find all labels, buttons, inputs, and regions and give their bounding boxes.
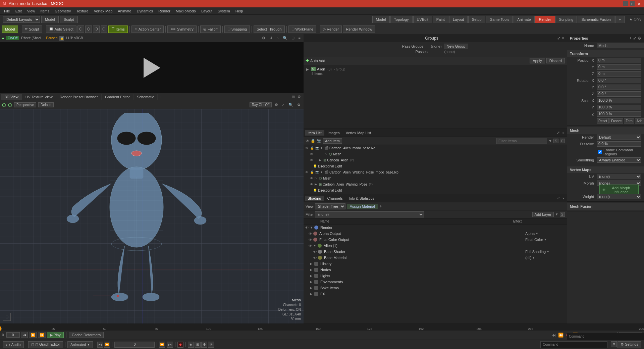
scale-y-value[interactable]: 100.0 % — [597, 105, 641, 110]
item-eye-w2[interactable]: 🔒 — [310, 170, 314, 174]
workplane-btn[interactable]: ⊡ WorkPlane — [288, 26, 317, 33]
rt-model[interactable]: Model — [372, 16, 390, 23]
sb-icon-7[interactable]: ⚙ — [201, 342, 207, 348]
menu-texture[interactable]: Texture — [74, 8, 91, 14]
vp-icon-2[interactable]: ○ — [281, 103, 285, 107]
prop-plus-icon[interactable]: + — [629, 36, 632, 41]
tab-model[interactable]: Model — [41, 16, 59, 23]
cache-deformers-btn[interactable]: Cache Deformers — [69, 332, 104, 338]
shield-btn-3[interactable]: ⬡ — [93, 26, 100, 33]
audio-btn[interactable]: ♪ ♪ Audio — [3, 341, 24, 348]
tab-channels[interactable]: Channels — [324, 196, 345, 201]
rot-x-value[interactable]: 0.0 ° — [597, 78, 641, 83]
tab-images[interactable]: Images — [325, 130, 342, 136]
sh-row-finalcolor[interactable]: 👁 Final Color Output Final Color ▼ — [304, 237, 567, 243]
tab-add-plus[interactable]: + — [158, 94, 164, 100]
play-button[interactable] — [144, 58, 160, 78]
rt-scripting[interactable]: Scripting — [555, 16, 577, 23]
tl-icon-1[interactable]: ⏮ — [551, 333, 556, 338]
add-layer-btn[interactable]: Add Layer — [532, 212, 554, 217]
transform-header[interactable]: Transform — [567, 50, 644, 57]
item-mesh-2[interactable]: 👁 ▷ ⬡ Mesh — [304, 175, 567, 181]
maximize-button[interactable]: □ — [630, 1, 635, 6]
smoothing-select[interactable]: Always Enabled — [597, 157, 641, 163]
shield-btn-2[interactable]: ⬡ — [85, 26, 92, 33]
sb-icon-2[interactable]: ⏪ — [104, 342, 110, 348]
render-icon-3[interactable]: ○ — [275, 36, 280, 40]
grid-toggle-icon[interactable]: ⊞ — [3, 313, 11, 321]
tl-step-back-btn[interactable]: ⏪ — [29, 332, 37, 338]
reset-btn[interactable]: Reset — [597, 118, 609, 123]
vertex-maps-header[interactable]: Vertex Maps — [567, 166, 644, 173]
new-group-btn[interactable]: New Group — [444, 44, 469, 49]
item-eye-w1[interactable]: 👁 — [305, 170, 309, 174]
sh-row-library[interactable]: 👁 ▶ Library — [304, 261, 567, 267]
sh-eye-finalcolor[interactable]: 👁 — [308, 238, 312, 242]
minimize-button[interactable]: ─ — [623, 1, 628, 6]
default-btn[interactable]: Default — [38, 102, 54, 107]
menu-layout[interactable]: Layout — [199, 8, 215, 14]
play-btn[interactable]: ▶ Play — [47, 332, 64, 338]
tab-sculpt[interactable]: Sculpt — [60, 16, 78, 23]
sb-frame-display[interactable]: 0 — [114, 342, 155, 348]
enable-cmd-checkbox[interactable] — [598, 150, 602, 154]
assign-material-btn[interactable]: Assign Material — [347, 204, 378, 209]
perspective-btn[interactable]: Perspective — [14, 102, 36, 107]
render-icon-5[interactable]: ⊞ — [290, 36, 296, 40]
pos-x-value[interactable]: 0 m — [597, 58, 641, 63]
menu-edit[interactable]: Edit — [13, 8, 24, 14]
item-eye-1[interactable]: 👁 — [305, 146, 309, 150]
render-onoff-label[interactable]: On/Off — [6, 36, 19, 40]
il-f-icon[interactable]: F — [560, 139, 565, 143]
group-row-alien[interactable]: ▶ G Alien (3) - Group — [305, 66, 566, 72]
rot-y-value[interactable]: 0.0 ° — [597, 85, 641, 90]
mesh-section-header[interactable]: Mesh — [567, 127, 644, 134]
sh-eye-basematerial[interactable]: 👁 — [313, 256, 317, 260]
tab-shading[interactable]: Shading — [305, 196, 324, 201]
add-transform-btn[interactable]: Add — [635, 118, 644, 123]
sculpt-btn[interactable]: ✏ Sculpt — [22, 26, 42, 33]
rt-gametools[interactable]: Game Tools — [486, 16, 513, 23]
vp-icon-3[interactable]: 🔍 — [287, 103, 294, 107]
il-expand-icon[interactable]: ⤢ — [556, 131, 561, 135]
sb-icon-6[interactable]: ⊞ — [195, 342, 201, 348]
pos-z-value[interactable]: 0 m — [597, 71, 641, 77]
item-directional-light-2[interactable]: 💡 Directional Light — [304, 187, 567, 193]
symmetry-btn[interactable]: ⟺ Symmetry — [167, 26, 197, 33]
menu-help[interactable]: Help — [233, 8, 246, 14]
prop-icon-3[interactable]: ⚙ — [638, 36, 641, 41]
groups-close-icon[interactable]: × — [562, 36, 564, 41]
sh-row-nodes[interactable]: 👁 ▶ Nodes — [304, 267, 567, 273]
render-btn[interactable]: ▷ Render — [320, 26, 342, 33]
close-button[interactable]: ✕ — [637, 1, 641, 6]
item-eye-3[interactable]: 📷 — [315, 146, 319, 150]
item-cartoon-alien-base[interactable]: 👁 🔒 📷 ▼ 🎬 Cartoon_Alien_modo_base.lxo — [304, 145, 567, 151]
menu-animate[interactable]: Animate — [115, 8, 134, 14]
rt-paint[interactable]: Paint — [433, 16, 448, 23]
mesh-fusion-header[interactable]: Mesh Fusion — [567, 203, 644, 210]
item-cartoon-alien-group[interactable]: 👁 ▶ ⊞ Cartoon_Alien (2) — [304, 157, 567, 163]
sh-close-icon[interactable]: × — [561, 196, 566, 200]
discard-btn[interactable]: Discard — [546, 58, 565, 63]
tab-gradient[interactable]: Gradient Editor — [102, 94, 133, 100]
il-s-icon[interactable]: S — [553, 139, 558, 143]
menu-dynamics[interactable]: Dynamics — [134, 8, 156, 14]
sh-eye-render[interactable]: 👁 — [305, 226, 309, 230]
menu-vertexmap[interactable]: Vertex Map — [91, 8, 115, 14]
sh-row-fx[interactable]: 👁 ▶ FX — [304, 291, 567, 297]
tl-frame-display[interactable]: 0 — [6, 332, 20, 338]
zero-btn[interactable]: Zero — [624, 118, 634, 123]
weight-select[interactable]: (none) — [597, 194, 641, 199]
sh-eye-alpha[interactable]: 👁 — [308, 232, 312, 236]
action-center-btn[interactable]: ⊕ Action Center — [131, 26, 164, 33]
shield-btn-1[interactable]: ⬡ — [77, 26, 84, 33]
sb-icon-1[interactable]: ⏮ — [97, 342, 103, 348]
snapping-btn[interactable]: ⊞ Snapping — [224, 26, 250, 33]
prop-name-input[interactable] — [597, 43, 644, 48]
item-walking-pose-base[interactable]: 👁 🔒 📷 ▼ 🎬 Cartoon_Alien_Walking_Pose_mod… — [304, 169, 567, 175]
sh-row-bakeitems[interactable]: 👁 ▶ Bake Items — [304, 285, 567, 291]
animated-btn[interactable]: Animated ▼ — [67, 341, 93, 348]
tab-schematic[interactable]: Schematic — [133, 94, 158, 100]
uv-select[interactable]: (none) — [597, 174, 641, 179]
sb-settings-icon[interactable]: ⚙ — [611, 341, 617, 347]
